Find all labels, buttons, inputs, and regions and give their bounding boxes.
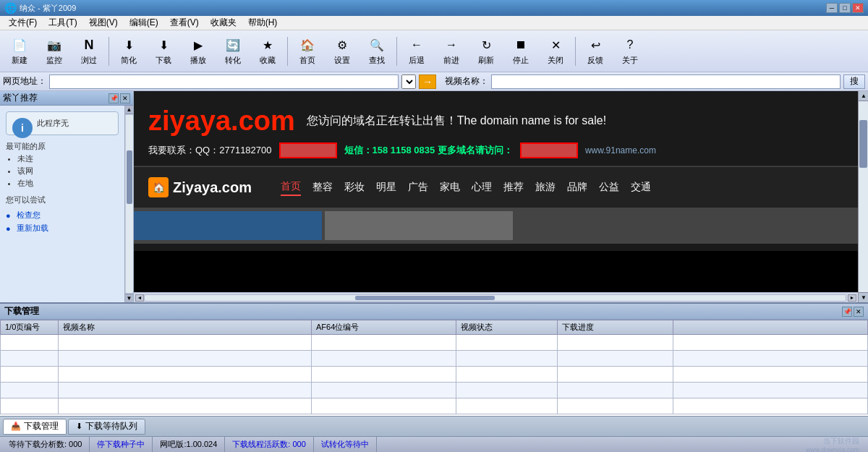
title-bar: 🌐 纳众 - 紫丫2009 ─ □ ✕ — [0, 0, 868, 16]
col-header-status[interactable]: 视频状态 — [456, 320, 558, 335]
tool-download[interactable]: ⬇ 下载 — [147, 33, 180, 70]
tool-close[interactable]: ✕ 关闭 — [539, 33, 572, 70]
col-header-page[interactable]: 1/0页编号 — [1, 320, 59, 335]
search-button[interactable]: 搜 — [843, 74, 865, 89]
row5-progress — [558, 398, 673, 414]
row4-page — [1, 383, 59, 398]
table-row — [1, 398, 868, 414]
sidebar-pin-button[interactable]: 📌 — [109, 93, 119, 103]
close-button[interactable]: ✕ — [852, 3, 864, 13]
dm-header: 下载管理 📌 ✕ — [0, 304, 868, 320]
scroll-down-arrow[interactable]: ▼ — [125, 294, 134, 302]
watermark-url: www.downxia.com — [806, 446, 859, 453]
site-title-row: ziyaya.com 您访问的域名正在转让出售！The domain name … — [148, 106, 843, 137]
menu-view[interactable]: 视图(V) — [83, 15, 124, 30]
col-header-rest — [673, 320, 868, 335]
dm-pin-button[interactable]: 📌 — [842, 307, 852, 317]
col-header-af64[interactable]: AF64位编号 — [312, 320, 456, 335]
scroll-left-arrow[interactable]: ◄ — [135, 294, 144, 302]
menu-edit[interactable]: 编辑(E) — [124, 15, 164, 30]
row2-rest — [673, 351, 868, 367]
tool-home[interactable]: 🏠 首页 — [291, 33, 324, 70]
tool-forward[interactable]: → 前进 — [435, 33, 468, 70]
go-button[interactable]: → — [419, 74, 436, 89]
sidebar-close-button[interactable]: ✕ — [120, 93, 130, 103]
nav-psychology[interactable]: 心理 — [472, 179, 492, 195]
nav-appliance[interactable]: 家电 — [440, 179, 460, 195]
separator-2 — [287, 37, 288, 66]
convert-icon: 🔄 — [224, 36, 242, 54]
dm-content: 1/0页编号 视频名称 AF64位编号 视频状态 下载进度 — [0, 320, 868, 416]
maximize-button[interactable]: □ — [839, 3, 851, 13]
row5-af64 — [312, 398, 456, 414]
row5-rest — [673, 398, 868, 414]
tool-favorite[interactable]: ★ 收藏 — [251, 33, 284, 70]
nav-cosmetic-surgery[interactable]: 整容 — [312, 179, 333, 195]
tool-convert[interactable]: 🔄 转化 — [216, 33, 250, 70]
browser-scrollbar[interactable]: ◄ ► — [134, 292, 858, 302]
sidebar-scrollbar[interactable]: ▲ ▼ — [124, 106, 133, 302]
address-label: 网页地址： — [3, 75, 46, 88]
menu-tools[interactable]: 工具(T) — [43, 15, 82, 30]
tool-monitor[interactable]: 📷 监控 — [38, 33, 71, 70]
minimize-button[interactable]: ─ — [826, 3, 838, 13]
menu-help[interactable]: 帮助(H) — [242, 15, 284, 30]
bottom-tabs: 📥 下载管理 ⬇ 下载等待队列 — [0, 416, 868, 436]
video-name-input[interactable] — [491, 74, 841, 89]
tool-play[interactable]: ▶ 播放 — [182, 33, 215, 70]
info-icon: i — [12, 118, 33, 138]
nav-traffic[interactable]: 交通 — [631, 179, 651, 195]
row1-status — [456, 335, 558, 351]
status-download-seed[interactable]: 停下载种子中 — [90, 437, 153, 452]
tool-browse[interactable]: N 浏过 — [72, 33, 106, 70]
tool-simplify[interactable]: ⬇ 简化 — [112, 33, 145, 70]
vertical-scrollbar[interactable]: ▲ ▼ — [858, 91, 868, 302]
tool-feedback[interactable]: ↩ 反馈 — [579, 33, 612, 70]
row3-af64 — [312, 367, 456, 383]
scroll-right-arrow[interactable]: ► — [848, 294, 856, 302]
sidebar-title: 紫丫推荐 — [3, 92, 109, 104]
tab-download-queue[interactable]: ⬇ 下载等待队列 — [68, 419, 145, 435]
browser-view[interactable]: ziyaya.com 您访问的域名正在转让出售！The domain name … — [134, 91, 858, 292]
nav-home[interactable]: 首页 — [281, 179, 301, 196]
tool-settings[interactable]: ⚙ 设置 — [326, 33, 359, 70]
tab-dq-icon: ⬇ — [76, 422, 82, 431]
sidebar-nav-reload[interactable]: ● 重新加载 — [6, 223, 119, 234]
col-header-name[interactable]: 视频名称 — [59, 320, 312, 335]
scroll-track[interactable] — [144, 294, 846, 302]
tool-about[interactable]: ? 关于 — [613, 33, 647, 70]
tool-stop[interactable]: ⏹ 停止 — [504, 33, 537, 70]
tool-refresh[interactable]: ↻ 刷新 — [469, 33, 503, 70]
nav-ad[interactable]: 广告 — [408, 179, 428, 195]
vscroll-down[interactable]: ▼ — [859, 292, 868, 302]
col-header-progress[interactable]: 下载进度 — [558, 320, 673, 335]
site-image-thumb-1 — [134, 211, 322, 240]
menu-view2[interactable]: 查看(V) — [164, 15, 205, 30]
sidebar-nav-check[interactable]: ● 检查您 — [6, 210, 119, 221]
address-input[interactable] — [49, 74, 399, 89]
nav-travel[interactable]: 旅游 — [535, 179, 556, 195]
status-convert[interactable]: 试转化等待中 — [314, 437, 377, 452]
nav-brand[interactable]: 品牌 — [567, 179, 587, 195]
nav-makeup[interactable]: 彩妆 — [344, 179, 365, 195]
menu-file[interactable]: 文件(F) — [3, 15, 43, 30]
dm-close-button[interactable]: ✕ — [854, 307, 864, 317]
tool-new[interactable]: 📄 新建 — [3, 33, 36, 70]
nav-celebrity[interactable]: 明星 — [376, 179, 396, 195]
vscroll-up[interactable]: ▲ — [859, 91, 868, 101]
tab-download-manager[interactable]: 📥 下载管理 — [3, 419, 67, 435]
bullet-1: 未连 — [17, 153, 119, 164]
nav-recommend[interactable]: 推荐 — [503, 179, 524, 195]
video-label: 视频名称： — [445, 75, 488, 88]
address-dropdown[interactable] — [401, 74, 416, 89]
row4-af64 — [312, 383, 456, 398]
home-icon: 🏠 — [299, 36, 316, 54]
back-icon: ← — [408, 36, 425, 54]
status-threads[interactable]: 下载线程活跃数: 000 — [225, 437, 313, 452]
tool-back[interactable]: ← 后退 — [400, 33, 433, 70]
row4-status — [456, 383, 558, 398]
tool-find[interactable]: 🔍 查找 — [360, 33, 393, 70]
nav-charity[interactable]: 公益 — [599, 179, 619, 195]
scroll-up-arrow[interactable]: ▲ — [125, 106, 134, 114]
menu-favorites[interactable]: 收藏夹 — [205, 15, 242, 30]
